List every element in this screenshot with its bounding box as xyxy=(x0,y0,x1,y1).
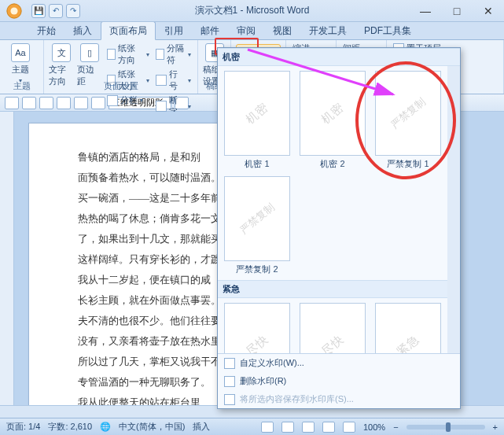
thumb-caption: 严禁复制 1 xyxy=(387,158,429,170)
quick-access-toolbar: 💾 ↶ ↷ xyxy=(31,4,80,18)
thumb-wm: 严禁复制 xyxy=(237,200,277,237)
breaks-button[interactable]: 分隔符▾ xyxy=(154,42,193,67)
doc-line: 长衫主顾，就在外面做点事罢。 xyxy=(57,290,219,311)
thumb-wm: 尽快 xyxy=(318,332,346,353)
tb2-btn-1[interactable] xyxy=(5,97,19,109)
remove-watermark-label: 删除水印(R) xyxy=(240,375,286,387)
gallery-item-asap-1[interactable]: 尽快 尽快 1 xyxy=(223,303,292,353)
zoom-percent[interactable]: 100% xyxy=(363,422,385,432)
gallery-item-confidential-1[interactable]: 机密 机密 1 xyxy=(223,71,292,170)
save-to-gallery-item: 将所选内容保存到水印库(S)... xyxy=(218,390,460,408)
tab-home[interactable]: 开始 xyxy=(28,21,64,39)
status-language[interactable]: 中文(简体，中国) xyxy=(119,421,185,433)
doc-line: 夫不清的也很不少。他们往往要 xyxy=(57,311,219,331)
status-lang-icon: 🌐 xyxy=(100,422,111,432)
maximize-button[interactable]: □ xyxy=(441,0,473,22)
tab-view[interactable]: 视图 xyxy=(264,21,300,39)
breaks-icon xyxy=(156,49,164,60)
minimize-button[interactable]: — xyxy=(410,0,441,22)
columns-label: 分栏 xyxy=(120,94,138,106)
gallery-item-urgent-1[interactable]: 紧急 紧急 1 xyxy=(373,303,443,353)
tab-pdf[interactable]: PDF工具集 xyxy=(355,21,420,39)
gallery-item-confidential-2[interactable]: 机密 机密 2 xyxy=(298,71,367,170)
columns-button[interactable]: 分栏▾ xyxy=(105,94,151,107)
gallery-body[interactable]: 机密 机密 1 机密 机密 2 严禁复制 严禁复制 1 严禁复制 严禁复制 2 … xyxy=(218,66,447,353)
doc-line: 热热的喝了休息；倘肯多花一文 xyxy=(57,208,219,229)
remove-watermark-item[interactable]: 删除水印(R) xyxy=(218,372,460,390)
doc-line: 面预备着热水，可以随时温酒。 xyxy=(57,168,219,188)
doc-line: 买一碗酒，——这是二十多年前 xyxy=(57,188,219,208)
gallery-item-asap-2[interactable]: 尽快 尽快 2 xyxy=(298,303,367,353)
group-page-setup-label: 页面设置 xyxy=(44,80,197,92)
gallery-item-no-copy-2[interactable]: 严禁复制 严禁复制 2 xyxy=(223,176,292,275)
custom-watermark-item[interactable]: 自定义水印(W)... xyxy=(218,354,460,372)
doc-line: 所以过了几天，掌柜又说我干不 xyxy=(57,352,219,372)
status-words[interactable]: 字数: 2,610 xyxy=(48,421,92,433)
group-page-setup: 文 文字方向 ▯ 页边距 纸张方向▾ 纸张大小▾ 分栏▾ 分隔符▾ 行号▾ 断字… xyxy=(44,40,198,94)
office-button[interactable] xyxy=(0,0,28,22)
thumb-wm: 机密 xyxy=(243,100,270,127)
tab-insert[interactable]: 插入 xyxy=(64,21,101,39)
gallery-item-no-copy-1[interactable]: 严禁复制 严禁复制 1 xyxy=(373,71,443,170)
theme-button[interactable]: Aa 主题 ▾ xyxy=(5,42,36,84)
svg-point-1 xyxy=(10,7,17,14)
gallery-section-urgent: 紧急 xyxy=(218,280,447,298)
thumb-caption: 机密 1 xyxy=(245,158,269,170)
zoom-in-button[interactable]: + xyxy=(493,422,498,432)
group-theme-label: 主题 xyxy=(0,80,43,92)
view-print-layout-button[interactable] xyxy=(261,422,274,433)
group-theme: Aa 主题 ▾ 主题 xyxy=(0,40,44,94)
ribbon-tabs: 开始 插入 页面布局 引用 邮件 审阅 视图 开发工具 PDF工具集 xyxy=(0,22,504,39)
zoom-out-button[interactable]: − xyxy=(393,422,398,432)
margins-icon: ▯ xyxy=(80,43,99,62)
tab-developer[interactable]: 开发工具 xyxy=(300,21,355,39)
document-page[interactable]: 鲁镇的酒店的格局，是和别 面预备着热水，可以随时温酒。 买一碗酒，——这是二十多… xyxy=(28,123,233,418)
view-web-button[interactable] xyxy=(302,422,315,433)
gallery-section-confidential: 机密 xyxy=(218,48,460,66)
view-draft-button[interactable] xyxy=(343,422,355,433)
hyphenation-icon xyxy=(156,101,167,112)
remove-watermark-icon xyxy=(224,376,235,387)
gallery-footer: 自定义水印(W)... 删除水印(R) 将所选内容保存到水印库(S)... xyxy=(218,353,460,408)
close-button[interactable]: ✕ xyxy=(473,0,504,22)
thumb-wm: 严禁复制 xyxy=(388,94,428,131)
zoom-slider[interactable] xyxy=(407,425,485,429)
theme-icon: Aa xyxy=(11,43,30,62)
orientation-label: 纸张方向 xyxy=(118,42,144,66)
custom-watermark-label: 自定义水印(W)... xyxy=(240,357,304,369)
qat-undo-icon[interactable]: ↶ xyxy=(49,4,63,18)
tab-review[interactable]: 审阅 xyxy=(228,21,264,39)
orientation-button[interactable]: 纸张方向▾ xyxy=(105,42,151,67)
breaks-label: 分隔符 xyxy=(167,42,186,66)
doc-line: 鲁镇的酒店的格局，是和别 xyxy=(57,147,219,168)
theme-label: 主题 xyxy=(12,64,29,76)
thumb-wm: 紧急 xyxy=(394,332,421,353)
gallery-scrollbar[interactable] xyxy=(447,66,460,353)
titlebar: 💾 ↶ ↷ 演示文档1 - Microsoft Word — □ ✕ xyxy=(0,0,504,22)
tb2-btn-2[interactable] xyxy=(22,97,36,109)
status-bar: 页面: 1/4 字数: 2,610 🌐 中文(简体，中国) 插入 100% − … xyxy=(0,418,504,435)
qat-save-icon[interactable]: 💾 xyxy=(31,4,46,18)
status-insert-mode[interactable]: 插入 xyxy=(193,421,210,433)
save-gallery-label: 将所选内容保存到水印库(S)... xyxy=(240,393,354,405)
tab-mailings[interactable]: 邮件 xyxy=(192,21,228,39)
doc-line: 这样阔绰。只有穿长衫的，才踱 xyxy=(57,249,219,270)
watermark-gallery: 机密 机密 机密 1 机密 机密 2 严禁复制 严禁复制 1 严禁复制 严禁复制… xyxy=(217,47,461,409)
view-fullscreen-button[interactable] xyxy=(281,422,294,433)
window-title: 演示文档1 - Microsoft Word xyxy=(195,4,310,17)
window-controls: — □ ✕ xyxy=(410,0,504,22)
tab-page-layout[interactable]: 页面布局 xyxy=(101,21,156,40)
custom-watermark-icon xyxy=(224,358,235,369)
thumb-wm: 机密 xyxy=(318,100,346,127)
qat-redo-icon[interactable]: ↷ xyxy=(66,4,80,18)
thumb-wm: 尽快 xyxy=(243,332,270,353)
orientation-icon xyxy=(107,49,116,60)
status-page[interactable]: 页面: 1/4 xyxy=(6,421,40,433)
save-gallery-icon xyxy=(224,394,235,405)
text-direction-icon: 文 xyxy=(52,43,71,62)
view-outline-button[interactable] xyxy=(322,422,335,433)
tab-references[interactable]: 引用 xyxy=(156,21,192,39)
doc-line: 没有，又亲看将壶子放在热水里 xyxy=(57,331,219,352)
thumb-caption: 机密 2 xyxy=(320,158,344,170)
doc-line: 了，如果出到十几文，那就能买 xyxy=(57,229,219,249)
